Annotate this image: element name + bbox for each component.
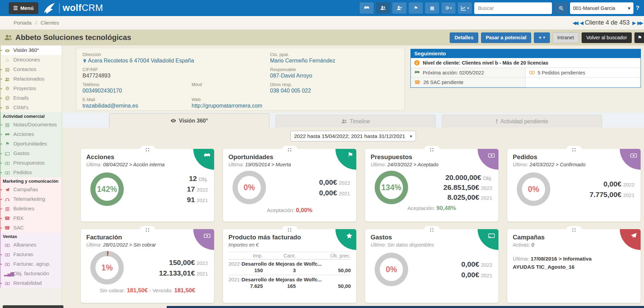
expand-button[interactable] bbox=[566, 146, 582, 153]
field-label: Responsable bbox=[270, 67, 398, 72]
actions-nav-button[interactable] bbox=[360, 2, 374, 14]
tab-timeline[interactable]: Timeline bbox=[275, 115, 436, 128]
menu-button[interactable]: ☰ Menú bbox=[9, 2, 38, 14]
clients-nav-button[interactable] bbox=[376, 2, 390, 14]
reports-nav-button[interactable]: ▾ bbox=[458, 2, 472, 14]
money-icon bbox=[4, 279, 11, 287]
breadcrumb-current-link[interactable]: Clientes bbox=[41, 20, 59, 26]
sidebar-item-relacionados[interactable]: ▸Relacionados bbox=[1, 74, 62, 84]
email-link[interactable]: trazabilidad@emina.es bbox=[83, 103, 189, 109]
sidebar-item-oportunidades[interactable]: ▸⚑Oportunidades bbox=[1, 139, 62, 149]
card-subtitle: Último: 24/03/2022 > Confirmado bbox=[513, 162, 635, 167]
expand-button[interactable] bbox=[424, 146, 440, 153]
column-header: Últ. prec. bbox=[296, 252, 351, 260]
add-dropdown-button[interactable]: + ▾ bbox=[534, 32, 550, 43]
sidebar-section-ventas: Ventas bbox=[1, 233, 62, 240]
sidebar-item-rentabilidad[interactable]: ▸Rentabilidad bbox=[1, 278, 62, 288]
expand-button[interactable] bbox=[424, 226, 440, 234]
previous-record-button[interactable]: ◀ bbox=[580, 20, 582, 26]
web-link[interactable]: http://grupomatarromera.com bbox=[192, 103, 267, 109]
card-title: Campañas bbox=[513, 234, 635, 241]
sidebar-item-obj-facturacion[interactable]: ▂▄▆Obj. facturación bbox=[1, 269, 62, 278]
otros-resp-link[interactable]: 038 040 005 022 bbox=[270, 88, 398, 94]
card-subtitle: Activas: 0 bbox=[513, 242, 635, 248]
handshake-icon bbox=[204, 152, 211, 159]
sidebar-item-notas-documentos[interactable]: ▸▤Notas/Documentos bbox=[1, 120, 62, 129]
add-contact-nav-button[interactable] bbox=[392, 2, 406, 14]
breadcrumb-home-link[interactable]: Portada bbox=[14, 20, 32, 26]
sidebar-item-telemarketing[interactable]: ▸Telemarketing bbox=[1, 194, 62, 204]
expand-button[interactable] bbox=[566, 226, 582, 234]
expand-button[interactable] bbox=[282, 146, 298, 153]
credit-card-icon bbox=[4, 150, 11, 157]
responsable-link[interactable]: 087-David Arroyo bbox=[270, 73, 398, 79]
sidebar-item-pbx[interactable]: ▸☎PBX bbox=[1, 213, 62, 223]
record-counter: Cliente 4 de 453 bbox=[585, 19, 630, 26]
sidebar-item-facturas[interactable]: ▸Facturas bbox=[1, 250, 62, 259]
expand-button[interactable] bbox=[282, 226, 298, 234]
donut-percentage: 0% bbox=[380, 258, 403, 281]
intranet-button[interactable]: Intranet bbox=[553, 32, 579, 43]
period-select[interactable]: 2022 hasta 15/04/2022; 2021 hasta 31/12/… bbox=[290, 131, 416, 141]
value-row: 0,00€2022 bbox=[589, 180, 634, 188]
field-label: Dirección bbox=[83, 52, 267, 57]
expand-button[interactable] bbox=[140, 146, 155, 153]
main-contact-link[interactable]: Mario Cermeño Fernández bbox=[270, 58, 398, 64]
tab-vision-360[interactable]: Visión 360° bbox=[109, 113, 269, 128]
oportunidades-donut: 0% bbox=[233, 171, 266, 204]
first-record-button[interactable]: ◀◀ bbox=[572, 20, 577, 26]
search-input[interactable] bbox=[474, 2, 552, 14]
sidebar-item-proyectos[interactable]: ▸⚙Proyectos bbox=[1, 84, 62, 93]
sidebar-item-crms[interactable]: ▸⚙CRM's bbox=[1, 103, 62, 112]
sidebar-item-emails[interactable]: ▸@Emails bbox=[1, 93, 62, 103]
sidebar-item-direcciones[interactable]: ⌂Direcciones bbox=[1, 55, 62, 65]
phone-link[interactable]: 0034902430170 bbox=[83, 88, 189, 94]
next-record-button[interactable]: ▶ bbox=[632, 20, 635, 26]
sidebar-item-vision-360[interactable]: ▸Visión 360° bbox=[1, 45, 62, 55]
expand-button[interactable] bbox=[140, 226, 155, 234]
sidebar-item-boletines[interactable]: ▸▥Boletines bbox=[1, 204, 62, 213]
sidebar-item-presupuestos[interactable]: ▸Presupuestos bbox=[1, 158, 62, 168]
pending-orders-row[interactable]: 5 Pedidos pendientes bbox=[526, 68, 641, 78]
sidebar-item-contactos[interactable]: ▸▤Contactos bbox=[1, 65, 62, 74]
money-icon bbox=[488, 152, 495, 159]
acciones-donut: 142% bbox=[90, 172, 124, 206]
sidebar-item-acciones[interactable]: ▸Acciones bbox=[1, 129, 62, 139]
value-row: 8.025,00€2021 bbox=[444, 193, 492, 201]
title-bar: Abbeto Soluciones tecnológicas Detalles … bbox=[0, 30, 644, 45]
field-label: Otros resp. bbox=[270, 82, 398, 87]
help-button[interactable]: ? bbox=[636, 5, 641, 12]
detalles-button[interactable]: Detalles bbox=[450, 32, 478, 43]
next-action-row[interactable]: Próxima acción: 02/05/2022 bbox=[411, 68, 526, 78]
sidebar-item-sac[interactable]: ▸☎SAC bbox=[1, 223, 62, 233]
sidebar-item-pedidos[interactable]: ▸Pedidos bbox=[1, 168, 62, 177]
pasar-a-potencial-button[interactable]: Pasar a potencial bbox=[481, 32, 531, 43]
sidebar-item-campanas[interactable]: ▸Campañas bbox=[1, 185, 62, 194]
chevron-down-icon: ▾ bbox=[467, 6, 469, 10]
address-link[interactable]: Acera Recoletos 6 47004 Valladolid Españ… bbox=[83, 58, 267, 64]
tabs-bar: Visión 360° Timeline ! Actividad pendien… bbox=[62, 113, 644, 128]
sidebar-item-gastos[interactable]: ▸Gastos bbox=[1, 149, 62, 158]
sidebar-item-albaranes[interactable]: Albaranes bbox=[1, 240, 62, 250]
star-icon bbox=[346, 232, 353, 239]
breadcrumb-bar: Portada / Clientes ◀◀ ◀ Cliente 4 de 453… bbox=[0, 16, 644, 30]
calendar-nav-button[interactable]: ▦ bbox=[425, 2, 439, 14]
expand-icon bbox=[430, 148, 434, 152]
pending-sac-row[interactable]: ☎ 26 SAC pendiente bbox=[411, 78, 526, 87]
card-title: Pedidos bbox=[513, 153, 635, 161]
last-campaign-line: Última: 17/08/2016 > Informativa bbox=[513, 256, 635, 262]
opportunities-nav-button[interactable]: ⚑ bbox=[409, 2, 423, 14]
expand-icon bbox=[287, 228, 292, 232]
sidebar-section-actividad-comercial: Actividad comercial bbox=[1, 112, 62, 120]
volver-al-buscador-button[interactable]: Volver al buscador bbox=[582, 32, 632, 43]
hamburger-icon: ☰ bbox=[13, 5, 18, 11]
search-button[interactable] bbox=[554, 2, 568, 14]
value-row: 912021 bbox=[187, 196, 208, 204]
sidebar-item-facturac-agrup[interactable]: ▸Facturac. agrup. bbox=[1, 259, 62, 269]
last-record-button[interactable]: ▶▶ bbox=[637, 20, 642, 26]
settings-nav-button[interactable]: ⚙▾ bbox=[441, 2, 455, 14]
user-select[interactable]: 001-Manuel Garcia ▾ bbox=[570, 2, 633, 14]
pin-button[interactable]: ⚑ bbox=[634, 32, 644, 43]
tab-actividad-pendiente[interactable]: ! Actividad pendiente bbox=[442, 115, 602, 128]
bar-chart-icon: ▂▄▆ bbox=[4, 270, 11, 277]
